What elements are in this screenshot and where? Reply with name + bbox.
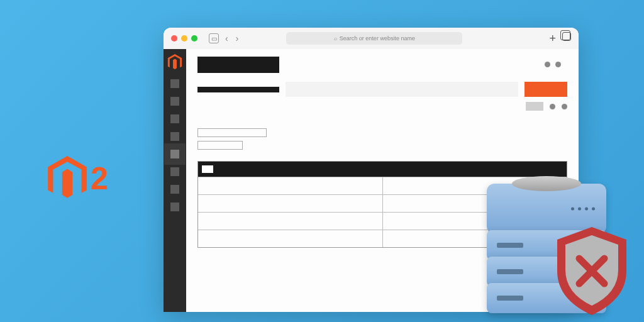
browser-actions: + [549, 32, 571, 45]
secondary-button[interactable] [526, 102, 543, 111]
sidebar-item[interactable] [170, 167, 179, 176]
toolbar-bar [286, 82, 518, 97]
sidebar-item-active[interactable] [170, 150, 179, 158]
action-dot[interactable] [555, 62, 561, 67]
sidebar-item[interactable] [170, 114, 179, 123]
action-dot[interactable] [562, 104, 567, 109]
window-controls [171, 35, 197, 42]
magento-sidebar-icon[interactable] [167, 54, 182, 70]
back-icon[interactable]: ‹ [224, 33, 230, 43]
tabs-icon[interactable] [562, 32, 571, 41]
filter-input[interactable] [197, 141, 243, 150]
table-header [198, 162, 567, 177]
server-leds [571, 208, 595, 211]
search-placeholder: Search or enter website name [340, 35, 415, 42]
server-slot [497, 269, 523, 274]
primary-button[interactable] [525, 82, 567, 97]
close-icon[interactable] [171, 35, 177, 42]
sidebar-item[interactable] [170, 79, 179, 88]
action-dot[interactable] [550, 104, 555, 109]
magento-logo-area: 2 [48, 156, 108, 201]
header-actions [545, 62, 561, 67]
forward-icon[interactable]: › [235, 33, 240, 43]
table-cell [198, 177, 383, 194]
sidebar-item[interactable] [170, 97, 179, 106]
sidebar-item[interactable] [170, 203, 179, 211]
new-tab-icon[interactable]: + [549, 32, 556, 45]
select-all-checkbox[interactable] [202, 165, 213, 173]
sidebar-item[interactable] [170, 132, 179, 141]
section-label [197, 87, 279, 92]
server-fan-icon [512, 176, 581, 191]
maximize-icon[interactable] [191, 35, 197, 42]
table-cell [198, 195, 383, 212]
admin-sidebar [164, 49, 186, 312]
sidebar-toggle-icon[interactable]: ▭ [209, 33, 219, 43]
search-icon: ⌕ [334, 35, 337, 42]
minimize-icon[interactable] [181, 35, 187, 42]
magento-icon [48, 156, 87, 201]
server-slot [497, 243, 523, 248]
page-title [197, 57, 279, 73]
address-bar[interactable]: ⌕ Search or enter website name [286, 32, 462, 45]
shield-blocked-icon [551, 224, 633, 318]
product-version: 2 [91, 160, 108, 197]
filter-input[interactable] [197, 128, 267, 137]
secondary-toolbar [197, 102, 567, 111]
filter-fields [197, 128, 567, 150]
nav-buttons: ▭ ‹ › [209, 33, 240, 43]
table-cell [198, 213, 383, 230]
table-cell [198, 230, 383, 247]
server-slot [497, 296, 523, 301]
action-dot[interactable] [545, 62, 550, 67]
toolbar-row [197, 82, 567, 97]
sidebar-item[interactable] [170, 185, 179, 194]
browser-titlebar: ▭ ‹ › ⌕ Search or enter website name + [164, 28, 579, 49]
